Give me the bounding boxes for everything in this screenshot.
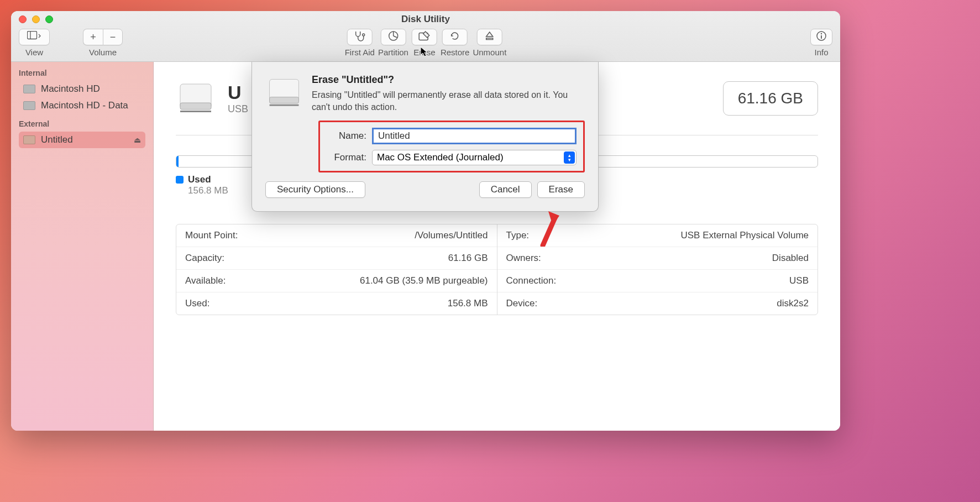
erase-button[interactable] [412, 29, 437, 45]
legend-used-label: Used [188, 174, 211, 185]
eject-icon[interactable]: ⏏ [134, 135, 141, 144]
svg-rect-12 [180, 103, 211, 109]
erase-label: Erase [413, 48, 435, 57]
name-input[interactable] [372, 128, 577, 144]
detail-value: disk2s2 [777, 298, 809, 309]
sheet-disk-icon [265, 74, 303, 112]
detail-value: Disabled [772, 253, 809, 264]
detail-label: Type: [506, 230, 530, 241]
plus-icon: + [90, 32, 96, 43]
format-value: Mac OS Extended (Journaled) [377, 152, 504, 163]
svg-rect-15 [270, 97, 299, 103]
sidebar-item-label: Macintosh HD - Data [41, 100, 128, 111]
external-disk-icon [23, 135, 35, 144]
detail-value: USB External Physical Volume [681, 230, 809, 241]
detail-row: Type:USB External Physical Volume [497, 224, 818, 247]
detail-value: 61.16 GB [448, 253, 488, 264]
stethoscope-icon [354, 30, 366, 44]
partition-button[interactable] [380, 29, 406, 45]
sidebar-item-label: Untitled [41, 134, 73, 145]
unmount-button[interactable] [477, 29, 502, 45]
volume-subtitle: USB [228, 103, 248, 115]
erase-confirm-button[interactable]: Erase [537, 181, 585, 198]
detail-row: Device:disk2s2 [497, 292, 818, 315]
internal-disk-icon [23, 101, 35, 110]
svg-point-2 [363, 34, 365, 36]
disk-utility-window: Disk Utility View + − Volume [11, 11, 840, 431]
restore-icon [449, 30, 460, 44]
sheet-description: Erasing "Untitled" will permanently eras… [312, 89, 585, 113]
detail-label: Available: [185, 275, 226, 286]
volume-big-icon [176, 79, 216, 118]
format-select[interactable]: Mac OS Extended (Journaled) ▴▾ [372, 150, 577, 165]
traffic-lights [19, 15, 53, 23]
sidebar-item-untitled[interactable]: Untitled ⏏ [19, 132, 145, 148]
volume-label: Volume [89, 48, 117, 57]
detail-label: Used: [185, 298, 209, 309]
toolbar: View + − Volume First Aid [11, 28, 840, 61]
detail-label: Mount Point: [185, 230, 238, 241]
unmount-label: Unmount [473, 48, 506, 57]
info-label: Info [814, 48, 828, 57]
detail-value: 61.04 GB (35.9 MB purgeable) [360, 275, 488, 286]
titlebar: Disk Utility View + − Volume [11, 11, 840, 62]
restore-button[interactable] [442, 29, 468, 45]
details-col-left: Mount Point:/Volumes/Untitled Capacity:6… [176, 224, 497, 315]
close-button[interactable] [19, 15, 27, 23]
legend-used-value: 156.8 MB [188, 185, 228, 196]
sidebar-item-macintosh-hd[interactable]: Macintosh HD [19, 81, 145, 97]
view-button[interactable] [19, 29, 50, 45]
volume-size: 61.16 GB [723, 81, 818, 116]
info-icon [816, 30, 827, 44]
volume-add-button[interactable]: + [83, 29, 103, 45]
detail-row: Mount Point:/Volumes/Untitled [176, 224, 497, 247]
internal-disk-icon [23, 85, 35, 93]
sidebar-item-label: Macintosh HD [41, 83, 100, 95]
sidebar-toggle-icon [27, 31, 41, 44]
name-label: Name: [327, 130, 366, 142]
svg-rect-13 [180, 111, 211, 112]
highlighted-form-area: Name: Format: Mac OS Extended (Journaled… [318, 121, 585, 172]
sidebar-internal-header: Internal [19, 65, 145, 81]
details-table: Mount Point:/Volumes/Untitled Capacity:6… [176, 224, 818, 315]
detail-value: USB [789, 275, 809, 286]
zoom-button[interactable] [45, 15, 53, 23]
volume-remove-button[interactable]: − [103, 29, 123, 45]
detail-label: Capacity: [185, 253, 224, 264]
first-aid-button[interactable] [347, 29, 373, 45]
detail-row: Available:61.04 GB (35.9 MB purgeable) [176, 270, 497, 292]
detail-row: Capacity:61.16 GB [176, 247, 497, 270]
restore-label: Restore [441, 48, 470, 57]
erase-sheet: Erase "Untitled"? Erasing "Untitled" wil… [251, 62, 599, 212]
eject-icon [485, 31, 495, 44]
svg-line-5 [393, 36, 397, 38]
info-button[interactable] [810, 29, 832, 45]
detail-row: Used:156.8 MB [176, 292, 497, 315]
format-label: Format: [327, 152, 366, 163]
volume-title: U [228, 82, 248, 103]
svg-rect-0 [28, 31, 37, 39]
usage-bar-fill [176, 156, 179, 167]
first-aid-label: First Aid [345, 48, 375, 57]
detail-row: Owners:Disabled [497, 247, 818, 270]
sidebar-external-header: External [19, 116, 145, 132]
partition-label: Partition [378, 48, 408, 57]
svg-rect-7 [486, 38, 493, 40]
svg-point-9 [821, 33, 822, 34]
legend-used: Used 156.8 MB [176, 174, 228, 196]
pie-icon [387, 30, 399, 44]
window-title: Disk Utility [401, 14, 450, 25]
cancel-button[interactable]: Cancel [479, 181, 532, 198]
minimize-button[interactable] [32, 15, 40, 23]
svg-rect-16 [270, 104, 299, 106]
detail-label: Connection: [506, 275, 557, 286]
detail-value: /Volumes/Untitled [415, 230, 488, 241]
sidebar-item-macintosh-hd-data[interactable]: Macintosh HD - Data [19, 97, 145, 114]
view-label: View [25, 48, 43, 57]
detail-row: Connection:USB [497, 270, 818, 292]
titlebar-top: Disk Utility [11, 11, 840, 28]
erase-icon [418, 31, 431, 44]
security-options-button[interactable]: Security Options... [265, 181, 365, 198]
legend-swatch-used [176, 176, 184, 184]
detail-label: Owners: [506, 253, 541, 264]
